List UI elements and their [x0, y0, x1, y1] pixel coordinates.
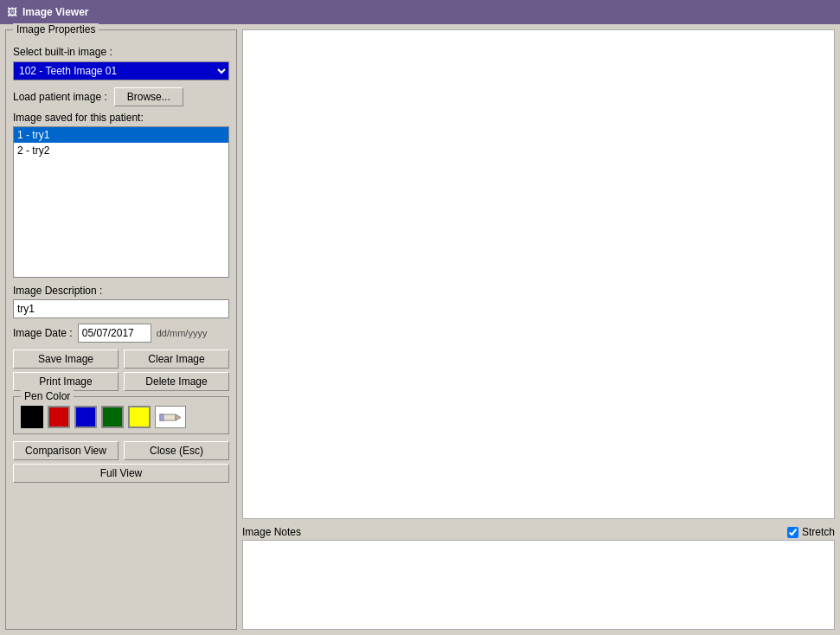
- svg-rect-2: [160, 414, 164, 420]
- left-panel: Image Properties Select built-in image :…: [0, 24, 242, 635]
- load-patient-label: Load patient image :: [13, 91, 107, 103]
- color-swatches: [21, 406, 221, 428]
- close-button[interactable]: Close (Esc): [124, 441, 229, 460]
- stretch-label: Stretch: [802, 526, 835, 538]
- title-bar-icon: 🖼: [7, 6, 17, 18]
- date-format-hint: dd/mm/yyyy: [157, 328, 208, 338]
- save-image-button[interactable]: Save Image: [13, 350, 119, 369]
- color-swatch-black[interactable]: [21, 406, 43, 428]
- right-panel: Image Notes Stretch: [242, 24, 840, 635]
- stretch-checkbox[interactable]: [787, 527, 798, 538]
- comparison-view-button[interactable]: Comparison View: [13, 441, 119, 460]
- bottom-buttons: Comparison View Close (Esc): [13, 441, 229, 460]
- image-desc-input[interactable]: [13, 299, 229, 318]
- notes-label: Image Notes: [242, 526, 301, 538]
- notes-header: Image Notes Stretch: [242, 526, 835, 538]
- print-image-button[interactable]: Print Image: [13, 372, 119, 391]
- delete-image-button[interactable]: Delete Image: [124, 372, 229, 391]
- pen-color-group: Pen Color: [13, 396, 229, 434]
- list-item[interactable]: 1 - try1: [14, 127, 228, 143]
- color-swatch-yellow[interactable]: [128, 406, 151, 428]
- clear-image-button[interactable]: Clear Image: [124, 350, 229, 369]
- main-container: Image Properties Select built-in image :…: [0, 24, 840, 635]
- color-swatch-blue[interactable]: [74, 406, 97, 428]
- browse-button[interactable]: Browse...: [114, 87, 183, 106]
- title-bar: 🖼 Image Viewer: [0, 0, 840, 24]
- stretch-option: Stretch: [787, 526, 835, 538]
- image-properties-group: Image Properties Select built-in image :…: [5, 29, 237, 630]
- notes-textarea[interactable]: [242, 540, 835, 630]
- saved-images-label: Image saved for this patient:: [13, 112, 229, 124]
- pen-color-title: Pen Color: [21, 390, 74, 402]
- svg-marker-1: [176, 414, 181, 420]
- full-view-row: Full View: [13, 460, 229, 483]
- image-display-area: [242, 29, 835, 519]
- group-box-title: Image Properties: [13, 23, 99, 35]
- save-clear-row: Save Image Clear Image: [13, 350, 229, 369]
- print-delete-row: Print Image Delete Image: [13, 372, 229, 391]
- title-bar-text: Image Viewer: [22, 6, 89, 18]
- image-date-input[interactable]: [78, 324, 151, 343]
- list-item[interactable]: 2 - try2: [14, 143, 228, 158]
- saved-images-listbox[interactable]: 1 - try1 2 - try2: [13, 126, 229, 278]
- builtin-image-select[interactable]: 102 - Teeth Image 01103 - Teeth Image 02: [13, 61, 229, 80]
- select-container: 102 - Teeth Image 01103 - Teeth Image 02: [13, 61, 229, 80]
- select-builtin-label: Select built-in image :: [13, 46, 229, 58]
- browse-row: Load patient image : Browse...: [13, 87, 229, 106]
- image-date-row: Image Date : dd/mm/yyyy: [13, 324, 229, 343]
- full-view-button[interactable]: Full View: [13, 464, 229, 483]
- notes-section: Image Notes Stretch: [242, 526, 835, 630]
- pen-tool-icon[interactable]: [155, 406, 186, 428]
- image-date-label: Image Date :: [13, 327, 73, 339]
- image-desc-label: Image Description :: [13, 285, 229, 297]
- color-swatch-red[interactable]: [48, 406, 70, 428]
- color-swatch-green[interactable]: [101, 406, 124, 428]
